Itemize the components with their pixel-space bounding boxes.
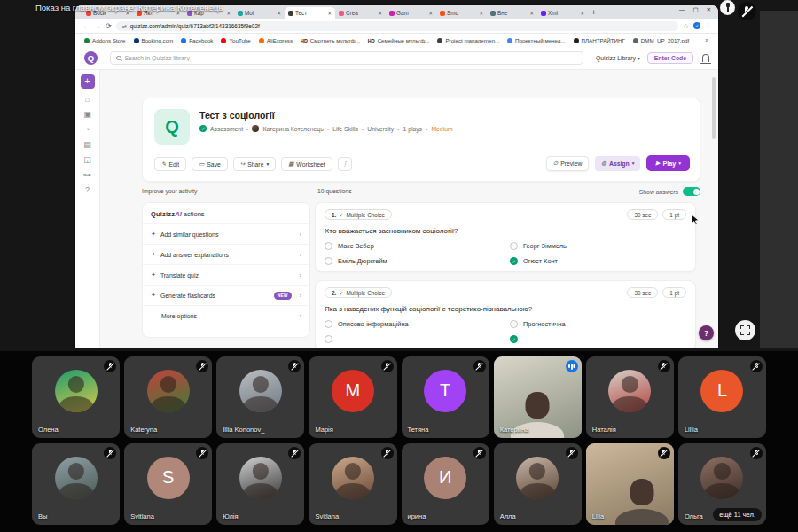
browser-tab[interactable]: Воси✕ <box>82 7 133 19</box>
preview-button[interactable]: ⊙Preview <box>546 156 590 171</box>
save-button[interactable]: ▭Save <box>192 157 228 171</box>
enter-code-button[interactable]: Enter Code <box>647 52 693 64</box>
browser-tab[interactable]: Кар✕ <box>184 7 234 19</box>
browser-tab[interactable]: Xmi✕ <box>537 7 588 19</box>
tab-close-icon[interactable]: ✕ <box>378 11 382 16</box>
browser-tab[interactable]: Якл✕ <box>133 7 184 19</box>
participant-tile[interactable]: Ольгаещё 11 чел. <box>678 443 766 525</box>
participant-tile-video[interactable]: Lilia <box>586 443 674 525</box>
search-bar[interactable] <box>110 51 583 65</box>
bookmark[interactable]: Booking.com <box>134 37 174 43</box>
browser-tab[interactable]: Вне✕ <box>487 7 537 19</box>
bookmark[interactable]: Addons Store <box>84 37 126 43</box>
new-tab-button[interactable]: + <box>591 7 596 18</box>
tab-close-icon[interactable]: ✕ <box>226 11 231 16</box>
browser-tab[interactable]: Smo✕ <box>436 7 487 19</box>
tab-close-icon[interactable]: ✕ <box>529 11 534 16</box>
pin-icon[interactable] <box>720 0 735 15</box>
answer-option[interactable]: Макс Вебер <box>325 242 501 250</box>
participant-tile[interactable]: Алла <box>494 443 582 525</box>
participant-tile[interactable]: MМарія <box>309 356 396 438</box>
participant-tile[interactable]: SSvitlana <box>124 443 212 525</box>
participant-tile[interactable]: Олена <box>32 356 120 438</box>
bookmark[interactable]: YouTube <box>221 37 250 43</box>
browser-tab[interactable]: Crea✕ <box>335 7 386 19</box>
classes-icon[interactable]: ◱ <box>83 156 91 164</box>
answer-option-correct[interactable]: ✓ <box>510 335 686 343</box>
close-button[interactable]: ✕ <box>707 6 711 13</box>
scrollbar[interactable] <box>712 77 716 139</box>
notifications-bell-icon[interactable] <box>702 54 709 62</box>
reports-icon[interactable]: ▤ <box>83 141 91 149</box>
answer-option[interactable] <box>325 335 501 343</box>
browser-tab[interactable]: Мої✕ <box>234 7 285 19</box>
participant-tile[interactable]: Illia Kononov_ <box>216 356 304 438</box>
site-info-icon[interactable]: ⇄ <box>122 23 127 29</box>
quizizz-logo[interactable]: Q <box>84 51 98 65</box>
participant-tile[interactable]: LLiliia <box>678 356 766 438</box>
bookmark[interactable]: AliExpress <box>259 37 293 43</box>
ai-action-flashcards[interactable]: ✦Generate flashcardsNEW› <box>143 285 309 305</box>
create-button[interactable]: + <box>81 74 95 89</box>
edit-button[interactable]: ✎Edit <box>154 157 186 171</box>
address-bar[interactable]: ⇄ quizizz.com/admin/quiz/6713abf2f143316… <box>116 21 679 31</box>
bookmark[interactable]: DMM_UP_2017.pdf <box>633 37 689 43</box>
tab-close-icon[interactable]: ✕ <box>428 11 433 16</box>
more-participants-badge[interactable]: ещё 11 чел. <box>713 508 762 521</box>
minimize-button[interactable]: — <box>679 6 685 13</box>
tab-close-icon[interactable]: ✕ <box>327 11 332 16</box>
answer-option-correct[interactable]: ✓Огюст Конт <box>510 257 686 265</box>
participant-tile[interactable]: Svitlana <box>309 443 396 525</box>
participant-tile[interactable]: Наталія <box>586 356 674 438</box>
forward-button[interactable]: → <box>94 22 101 30</box>
help-icon[interactable]: ? <box>85 186 90 194</box>
worksheet-button[interactable]: ▦Worksheet <box>281 157 332 171</box>
ai-action-add-explanations[interactable]: ✦Add answer explanations› <box>143 244 309 264</box>
participant-tile[interactable]: Иирина <box>402 443 489 525</box>
participant-tile[interactable]: TТетяна <box>402 356 489 438</box>
bookmarks-overflow-icon[interactable]: » <box>705 37 708 43</box>
browser-menu-icon[interactable]: ⋮ <box>705 22 711 29</box>
bookmark[interactable]: Facebook <box>181 37 213 43</box>
library-icon[interactable]: ▣ <box>83 111 91 119</box>
tab-close-icon[interactable]: ✕ <box>479 11 483 16</box>
explore-icon[interactable]: ◔ <box>85 126 90 134</box>
bookmark-star-icon[interactable]: ☆ <box>683 22 689 30</box>
library-dropdown[interactable]: Quizizz Library▾ <box>596 55 640 61</box>
answer-option[interactable]: Прогностична <box>510 320 686 328</box>
participant-tile[interactable]: Kateryna <box>124 356 212 438</box>
back-button[interactable]: ← <box>82 22 90 30</box>
answer-option[interactable]: Описово-інформаційна <box>325 320 501 328</box>
tab-close-icon[interactable]: ✕ <box>277 11 281 16</box>
bookmark[interactable]: Project managemen... <box>437 37 499 43</box>
assign-button[interactable]: ◍Assign▾ <box>595 156 640 171</box>
ai-action-translate[interactable]: ✦Translate quiz› <box>143 264 309 285</box>
bookmark[interactable]: HDСемейные мультф... <box>368 37 430 43</box>
show-answers-toggle[interactable] <box>683 187 700 196</box>
tab-close-icon[interactable]: ✕ <box>125 11 129 16</box>
ai-more-options[interactable]: —More options› <box>143 305 309 325</box>
participant-tile[interactable]: Юлія <box>216 443 304 525</box>
more-options-button[interactable]: ⋮ <box>338 157 353 171</box>
tab-close-icon[interactable]: ✕ <box>580 11 584 16</box>
bookmark[interactable]: Проектный менед... <box>507 37 566 43</box>
mic-muted-icon[interactable] <box>738 2 756 20</box>
browser-tab[interactable]: Gam✕ <box>386 7 436 19</box>
bookmark[interactable]: HDСмотреть мультф... <box>301 37 360 43</box>
ai-action-add-similar[interactable]: ✦Add similar questions› <box>143 223 309 244</box>
share-button[interactable]: ↪Share▾ <box>233 157 276 171</box>
answer-option[interactable]: Георг Зіммель <box>510 242 686 250</box>
help-button[interactable]: ? <box>699 325 714 340</box>
search-input[interactable] <box>125 55 578 61</box>
network-icon[interactable]: ⊶ <box>83 171 91 179</box>
bookmark[interactable]: ПЛАНТРАЙТИНГ <box>574 37 625 43</box>
fullscreen-button[interactable] <box>735 320 755 340</box>
answer-option[interactable]: Еміль Дюркгейм <box>325 257 501 265</box>
participant-tile-video[interactable]: Катерина <box>494 356 582 438</box>
reload-button[interactable]: ⟳ <box>106 22 112 30</box>
home-icon[interactable]: ⌂ <box>85 96 90 104</box>
play-button[interactable]: ▶Play▾ <box>646 155 690 171</box>
participant-tile[interactable]: Вы <box>32 443 120 525</box>
tab-close-icon[interactable]: ✕ <box>176 11 180 16</box>
maximize-button[interactable]: ▢ <box>692 6 698 13</box>
